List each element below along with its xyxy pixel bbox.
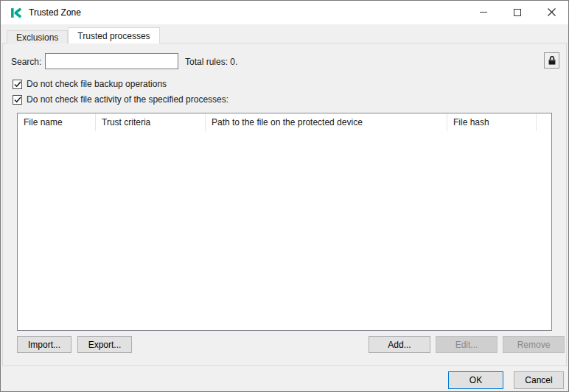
checkbox-file-activity-label: Do not check file activity of the specif… (27, 94, 228, 105)
window-title: Trusted Zone (29, 7, 81, 18)
tab-exclusions-label: Exclusions (16, 32, 58, 43)
search-label: Search: (11, 57, 41, 67)
remove-button[interactable]: Remove (503, 336, 565, 353)
column-header-path[interactable]: Path to the file on the protected device (206, 113, 447, 131)
title-bar: Trusted Zone (1, 1, 568, 24)
close-icon (548, 8, 556, 16)
checkmark-icon (14, 97, 21, 103)
trusted-processes-table: File name Trust criteria Path to the fil… (17, 113, 552, 331)
padlock-icon (548, 55, 556, 66)
tab-exclusions[interactable]: Exclusions (7, 30, 68, 43)
option-row-file-activity: Do not check file activity of the specif… (13, 94, 228, 105)
table-header: File name Trust criteria Path to the fil… (18, 113, 551, 131)
trusted-zone-dialog: Trusted Zone Exclusions Trusted processe… (0, 0, 569, 392)
column-header-spacer (537, 113, 551, 131)
option-row-backup: Do not check file backup operations (13, 79, 167, 89)
checkmark-icon (14, 81, 21, 88)
maximize-icon (514, 9, 521, 16)
lock-button[interactable] (544, 52, 559, 69)
kaspersky-logo-icon (10, 7, 23, 19)
close-button[interactable] (534, 1, 568, 24)
tab-strip: Exclusions Trusted processes (7, 27, 160, 43)
add-button[interactable]: Add... (369, 336, 430, 353)
edit-button[interactable]: Edit... (436, 336, 498, 353)
export-button[interactable]: Export... (77, 336, 132, 353)
minimize-button[interactable] (467, 1, 500, 24)
total-rules-text: Total rules: 0. (185, 57, 237, 67)
ok-button[interactable]: OK (448, 371, 503, 389)
column-header-file-hash[interactable]: File hash (447, 113, 537, 131)
tab-trusted-processes[interactable]: Trusted processes (68, 27, 159, 43)
column-header-trust-criteria[interactable]: Trust criteria (96, 113, 206, 131)
maximize-button[interactable] (500, 1, 534, 24)
checkbox-file-activity[interactable] (13, 95, 22, 105)
table-body-empty[interactable] (18, 131, 551, 330)
checkbox-backup-operations-label: Do not check file backup operations (27, 79, 167, 89)
tab-trusted-processes-label: Trusted processes (77, 31, 150, 41)
column-header-file-name[interactable]: File name (18, 113, 96, 131)
import-button[interactable]: Import... (17, 336, 71, 353)
minimize-icon (480, 12, 487, 13)
search-input[interactable] (45, 53, 178, 69)
checkbox-backup-operations[interactable] (13, 80, 22, 89)
cancel-button[interactable]: Cancel (514, 371, 564, 389)
